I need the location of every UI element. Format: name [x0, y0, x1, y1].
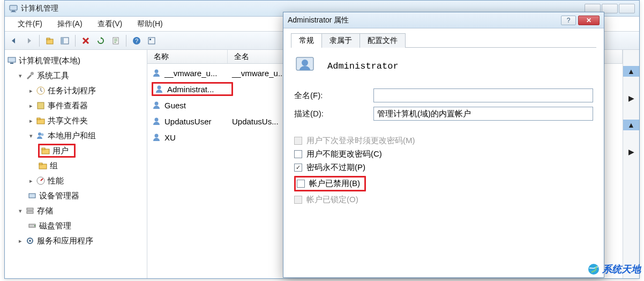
column-name[interactable]: 名称	[147, 50, 228, 63]
tree-system-tools[interactable]: ▾ 系统工具	[7, 68, 145, 83]
tools-icon	[25, 71, 35, 80]
tree-label: 服务和应用程序	[37, 236, 93, 246]
properties-dialog: Administrator 属性 ? ✕ 常规 隶属于 配置文件 Adminis…	[283, 12, 604, 278]
checkbox-neverexpire[interactable]	[294, 164, 302, 172]
user-icon	[152, 116, 161, 126]
checkbox-label: 密码永不过期(P)	[306, 162, 365, 173]
expand-icon[interactable]: ▸	[17, 238, 24, 245]
svg-rect-26	[29, 194, 35, 198]
cell-fullname: __vmware_u...	[232, 69, 284, 78]
collapse-icon[interactable]: ▾	[17, 72, 24, 79]
tree-local-users[interactable]: ▾ 本地用户和组	[7, 128, 145, 143]
toolbar-separator	[75, 35, 76, 47]
tree-groups[interactable]: 组	[7, 158, 145, 173]
svg-rect-10	[148, 38, 155, 44]
device-icon	[27, 191, 37, 201]
svg-rect-27	[27, 208, 33, 210]
menu-file[interactable]: 文件(F)	[10, 18, 50, 30]
tree-label: 共享文件夹	[48, 116, 88, 126]
tree-label: 磁盘管理	[39, 221, 71, 231]
show-hide-tree-button[interactable]	[59, 35, 71, 47]
tree-users[interactable]: 用户	[7, 143, 145, 158]
svg-point-37	[155, 134, 159, 138]
expand-icon[interactable]: ▸	[27, 102, 35, 109]
tree-disk-management[interactable]: 磁盘管理	[7, 218, 145, 233]
user-icon	[154, 84, 164, 94]
svg-point-33	[155, 70, 159, 73]
svg-rect-0	[10, 5, 17, 10]
menu-action[interactable]: 操作(A)	[50, 18, 90, 30]
collapse-icon[interactable]: ▾	[27, 132, 35, 139]
svg-rect-6	[61, 38, 64, 44]
fullname-label: 全名(F):	[294, 91, 373, 101]
delete-button[interactable]	[80, 35, 92, 47]
disk-icon	[27, 221, 37, 231]
tree-root[interactable]: 计算机管理(本地)	[7, 53, 145, 68]
dialog-titlebar[interactable]: Administrator 属性 ? ✕	[283, 12, 604, 28]
svg-point-40	[588, 264, 599, 275]
dialog-help-button[interactable]: ?	[561, 16, 576, 25]
up-button[interactable]	[44, 35, 56, 47]
svg-point-14	[31, 72, 34, 75]
description-input[interactable]	[373, 107, 593, 121]
close-button[interactable]	[619, 4, 635, 13]
actions-right-icon[interactable]: ▶	[626, 93, 636, 103]
actions-up-icon[interactable]: ▲	[623, 66, 639, 77]
checkbox-disabled-row[interactable]: 帐户已禁用(B)	[294, 176, 593, 191]
actions-panel: ▲ ▶ ▲ ▶	[623, 50, 639, 278]
svg-rect-18	[37, 118, 40, 120]
tree-event-viewer[interactable]: ▸ 事件查看器	[7, 98, 145, 113]
clock-icon	[36, 86, 46, 95]
checkbox-account-disabled[interactable]	[297, 180, 305, 188]
properties-button[interactable]	[146, 35, 158, 47]
svg-rect-22	[42, 148, 45, 150]
cell-name: XU	[164, 133, 232, 142]
export-button[interactable]	[110, 35, 122, 47]
help-button[interactable]: ?	[131, 35, 143, 47]
collapse-icon[interactable]: ▾	[17, 208, 24, 215]
dialog-close-button[interactable]: ✕	[578, 16, 600, 25]
tree-shared-folders[interactable]: ▸ 共享文件夹	[7, 113, 145, 128]
tab-general[interactable]: 常规	[291, 33, 322, 48]
forward-button[interactable]	[23, 35, 35, 47]
tree-task-scheduler[interactable]: ▸ 任务计划程序	[7, 83, 145, 98]
expand-icon[interactable]: ▸	[27, 178, 35, 184]
menu-help[interactable]: 帮助(H)	[130, 18, 170, 30]
checkbox-cannotchange-row[interactable]: 用户不能更改密码(C)	[294, 149, 593, 159]
toolbar-separator	[39, 35, 40, 47]
svg-rect-12	[8, 57, 16, 62]
back-button[interactable]	[8, 35, 20, 47]
expand-icon[interactable]: ▸	[27, 87, 35, 94]
cell-name: UpdatusUser	[164, 117, 232, 126]
globe-icon	[587, 263, 600, 276]
tree-services[interactable]: ▸ 服务和应用程序	[7, 233, 145, 248]
fullname-row: 全名(F):	[294, 88, 593, 102]
svg-rect-11	[149, 39, 151, 40]
checkbox-label: 帐户已禁用(B)	[309, 179, 360, 189]
tabstrip: 常规 隶属于 配置文件	[291, 33, 596, 48]
svg-rect-1	[12, 11, 15, 12]
tree-panel: 计算机管理(本地) ▾ 系统工具 ▸ 任务计划程序 ▸ 事件查看器 ▸ 共享文件…	[5, 50, 147, 278]
tree-device-manager[interactable]: 设备管理器	[7, 188, 145, 203]
user-header: Administrator	[294, 54, 593, 78]
actions-up-icon[interactable]: ▲	[623, 120, 639, 130]
actions-right-icon[interactable]: ▶	[626, 146, 636, 157]
svg-point-34	[158, 86, 161, 90]
checkbox-mustchange	[294, 137, 302, 145]
menu-view[interactable]: 查看(V)	[90, 18, 130, 30]
user-avatar-icon	[294, 54, 318, 78]
tab-profile[interactable]: 配置文件	[360, 33, 406, 48]
folder-icon	[38, 161, 48, 171]
svg-rect-16	[38, 102, 44, 109]
refresh-button[interactable]	[95, 35, 107, 47]
cell-fullname: UpdatusUs...	[232, 117, 279, 126]
checkbox-cannotchange[interactable]	[294, 150, 302, 158]
tree-label: 性能	[48, 176, 64, 186]
tree-performance[interactable]: ▸ 性能	[7, 173, 145, 188]
checkbox-neverexpire-row[interactable]: 密码永不过期(P)	[294, 162, 593, 173]
tab-memberof[interactable]: 隶属于	[321, 33, 360, 48]
tree-storage[interactable]: ▾ 存储	[7, 203, 145, 218]
fullname-input[interactable]	[373, 88, 593, 102]
performance-icon	[36, 176, 46, 186]
expand-icon[interactable]: ▸	[27, 117, 35, 124]
